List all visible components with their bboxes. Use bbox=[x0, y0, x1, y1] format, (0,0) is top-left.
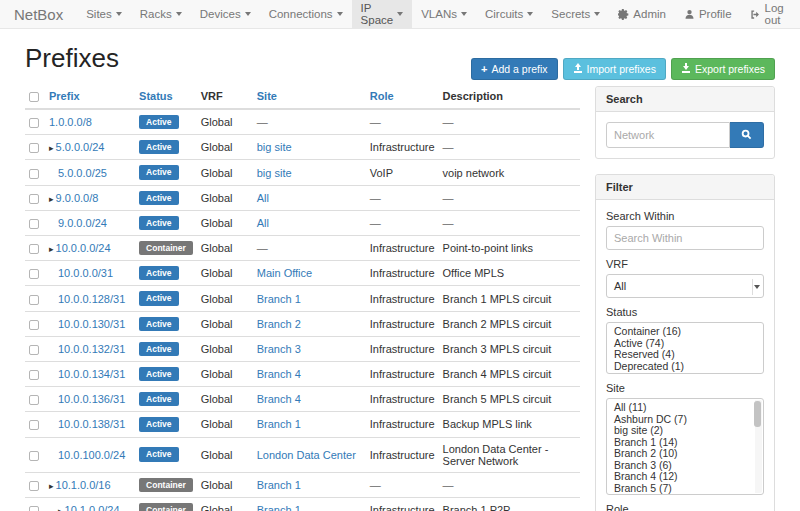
site-link[interactable]: Branch 1 bbox=[257, 293, 301, 305]
nav-item-vlans[interactable]: VLANs bbox=[412, 0, 476, 28]
site-link[interactable]: All bbox=[257, 217, 269, 229]
row-checkbox[interactable] bbox=[29, 194, 39, 204]
vrf-cell: Global bbox=[197, 286, 253, 311]
row-checkbox[interactable] bbox=[29, 420, 39, 430]
scrollbar[interactable] bbox=[755, 400, 762, 493]
prefix-link[interactable]: 10.1.0.0/24 bbox=[65, 504, 120, 511]
prefix-link[interactable]: 10.0.0.0/24 bbox=[56, 242, 111, 254]
table-row: ▸10.0.0.0/24ContainerGlobal—Infrastructu… bbox=[25, 236, 580, 261]
site-link[interactable]: Branch 3 bbox=[257, 343, 301, 355]
description-value: London Data Center - Server Network bbox=[443, 443, 549, 467]
prefix-link[interactable]: 10.0.0.130/31 bbox=[58, 318, 125, 330]
column-header-role[interactable]: Role bbox=[366, 86, 439, 109]
import-prefixes-button[interactable]: Import prefixes bbox=[563, 58, 666, 80]
export-prefixes-label: Export prefixes bbox=[695, 63, 765, 75]
nav-log-out-link[interactable]: Log out bbox=[741, 2, 793, 26]
prefix-link[interactable]: 9.0.0.0/24 bbox=[58, 217, 107, 229]
site-link[interactable]: London Data Center bbox=[257, 449, 356, 461]
site-link[interactable]: big site bbox=[257, 167, 292, 179]
row-checkbox[interactable] bbox=[29, 244, 39, 254]
row-checkbox[interactable] bbox=[29, 345, 39, 355]
row-checkbox[interactable] bbox=[29, 118, 39, 128]
site-link[interactable]: All bbox=[257, 192, 269, 204]
site-link[interactable]: Branch 2 bbox=[257, 318, 301, 330]
row-checkbox[interactable] bbox=[29, 320, 39, 330]
site-filter-listbox[interactable]: All (11)Ashburn DC (7)big site (2)Branch… bbox=[606, 398, 764, 495]
vrf-cell: Global bbox=[197, 361, 253, 386]
nav-item-sites[interactable]: Sites bbox=[77, 0, 131, 28]
row-select-cell bbox=[25, 160, 45, 185]
status-filter-option[interactable]: Container (16) bbox=[607, 326, 763, 338]
status-filter-option[interactable]: Reserved (4) bbox=[607, 349, 763, 361]
row-checkbox[interactable] bbox=[29, 370, 39, 380]
site-filter-option[interactable]: COLO-1-24 (3) bbox=[607, 494, 763, 495]
prefix-link[interactable]: 5.0.0.0/24 bbox=[56, 141, 105, 153]
nav-item-devices[interactable]: Devices bbox=[191, 0, 260, 28]
status-cell: Active bbox=[135, 261, 197, 286]
prefix-link[interactable]: 10.0.100.0/24 bbox=[58, 449, 125, 461]
add-prefix-label: Add a prefix bbox=[491, 63, 547, 75]
row-checkbox[interactable] bbox=[29, 169, 39, 179]
row-checkbox[interactable] bbox=[29, 451, 39, 461]
vrf-select[interactable]: All bbox=[606, 274, 764, 298]
nav-item-racks[interactable]: Racks bbox=[131, 0, 191, 28]
vrf-cell: Global bbox=[197, 497, 253, 511]
add-prefix-button[interactable]: + Add a prefix bbox=[471, 58, 557, 80]
row-checkbox[interactable] bbox=[29, 295, 39, 305]
select-all-checkbox[interactable] bbox=[29, 92, 39, 102]
search-input[interactable] bbox=[606, 122, 730, 148]
row-checkbox[interactable] bbox=[29, 269, 39, 279]
row-checkbox[interactable] bbox=[29, 143, 39, 153]
site-link[interactable]: Branch 1 bbox=[257, 418, 301, 430]
nav-item-ip-space[interactable]: IP Space bbox=[352, 0, 413, 28]
prefix-link[interactable]: 1.0.0.0/8 bbox=[49, 116, 92, 128]
empty-value: — bbox=[370, 116, 381, 128]
column-header-prefix[interactable]: Prefix bbox=[45, 86, 135, 109]
row-checkbox[interactable] bbox=[29, 506, 39, 511]
prefix-link[interactable]: 9.0.0.0/8 bbox=[56, 192, 99, 204]
column-header-status[interactable]: Status bbox=[135, 86, 197, 109]
prefix-link[interactable]: 10.0.0.136/31 bbox=[58, 393, 125, 405]
nav-right-label: Profile bbox=[699, 8, 732, 20]
prefix-link[interactable]: 10.0.0.138/31 bbox=[58, 418, 125, 430]
search-within-input[interactable] bbox=[606, 226, 764, 250]
nav-item-circuits[interactable]: Circuits bbox=[476, 0, 542, 28]
row-checkbox[interactable] bbox=[29, 481, 39, 491]
site-link[interactable]: Branch 1 bbox=[257, 504, 301, 511]
status-badge: Active bbox=[139, 165, 179, 179]
site-filter-option[interactable]: All (11) bbox=[607, 402, 763, 414]
site-filter-option[interactable]: big site (2) bbox=[607, 425, 763, 437]
vrf-cell: Global bbox=[197, 261, 253, 286]
table-row: ▸5.0.0.0/24ActiveGlobalbig siteInfrastru… bbox=[25, 135, 580, 160]
nav-profile-link[interactable]: Profile bbox=[675, 8, 741, 20]
prefix-cell: 10.0.0.132/31 bbox=[45, 336, 135, 361]
site-filter-option[interactable]: Branch 4 (12) bbox=[607, 471, 763, 483]
row-checkbox[interactable] bbox=[29, 395, 39, 405]
netbox-logo[interactable]: NetBox bbox=[0, 0, 77, 28]
role-value: Infrastructure bbox=[370, 242, 435, 254]
prefix-link[interactable]: 10.0.0.132/31 bbox=[58, 343, 125, 355]
site-link[interactable]: Branch 4 bbox=[257, 393, 301, 405]
export-prefixes-button[interactable]: Export prefixes bbox=[671, 58, 775, 80]
site-filter-option[interactable]: Branch 2 (10) bbox=[607, 448, 763, 460]
nav-item-connections[interactable]: Connections bbox=[260, 0, 352, 28]
site-link[interactable]: Main Office bbox=[257, 267, 312, 279]
prefix-link[interactable]: 10.0.0.0/31 bbox=[58, 267, 113, 279]
nav-admin-link[interactable]: Admin bbox=[609, 8, 675, 20]
column-header-site[interactable]: Site bbox=[253, 86, 366, 109]
row-checkbox[interactable] bbox=[29, 219, 39, 229]
site-link[interactable]: Branch 1 bbox=[257, 479, 301, 491]
prefix-link[interactable]: 10.0.0.128/31 bbox=[58, 293, 125, 305]
prefix-link[interactable]: 10.1.0.0/16 bbox=[56, 479, 111, 491]
search-button[interactable] bbox=[730, 122, 764, 148]
prefix-link[interactable]: 5.0.0.0/25 bbox=[58, 167, 107, 179]
nav-item-secrets[interactable]: Secrets bbox=[542, 0, 609, 28]
role-cell: — bbox=[366, 185, 439, 210]
site-cell: — bbox=[253, 236, 366, 261]
status-filter-option[interactable]: Deprecated (1) bbox=[607, 361, 763, 373]
site-link[interactable]: big site bbox=[257, 141, 292, 153]
prefix-link[interactable]: 10.0.0.134/31 bbox=[58, 368, 125, 380]
status-filter-listbox[interactable]: Container (16)Active (74)Reserved (4)Dep… bbox=[606, 322, 764, 374]
site-link[interactable]: Branch 4 bbox=[257, 368, 301, 380]
description-cell: Branch 3 MPLS circuit bbox=[439, 336, 580, 361]
